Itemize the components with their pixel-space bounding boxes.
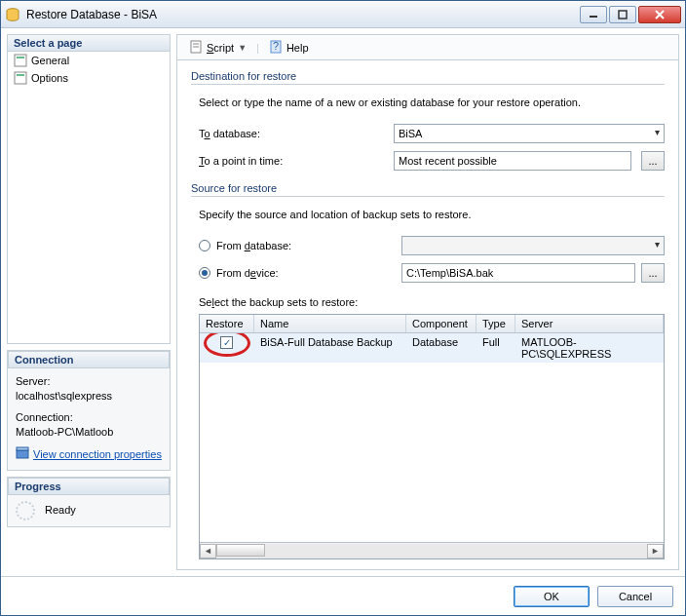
backup-sets-grid: Restore Name Component Type Server BiSA-…: [199, 314, 665, 559]
script-icon: [189, 40, 203, 56]
help-button[interactable]: ? Help: [265, 38, 313, 58]
svg-rect-7: [15, 72, 26, 84]
cell-server: MATLOOB-PC\SQLEXPRESS: [515, 333, 664, 363]
script-button[interactable]: SScriptcript ▼: [185, 38, 250, 58]
from-device-label: From device:: [216, 267, 396, 279]
scroll-left-arrow-icon[interactable]: ◄: [200, 544, 216, 558]
view-connection-properties-link[interactable]: View connection properties: [33, 447, 162, 462]
svg-rect-8: [17, 74, 24, 76]
close-button[interactable]: [638, 6, 681, 23]
table-row[interactable]: BiSA-Full Database Backup Database Full …: [200, 333, 664, 363]
server-label: Server:: [16, 374, 162, 389]
window: Restore Database - BiSA Select a page Ge…: [0, 0, 686, 616]
horizontal-scrollbar[interactable]: ◄ ►: [200, 542, 664, 558]
source-group: Source for restore: [191, 182, 665, 197]
from-device-field[interactable]: C:\Temp\BiSA.bak: [401, 263, 635, 283]
from-device-radio[interactable]: [199, 267, 210, 279]
restore-checkbox[interactable]: [220, 336, 233, 349]
help-icon: ?: [269, 40, 283, 56]
to-database-combo[interactable]: BiSA: [394, 124, 665, 143]
svg-rect-6: [17, 57, 24, 58]
connection-props-icon: [16, 446, 29, 464]
footer: OK Cancel: [1, 576, 685, 615]
dropdown-arrow-icon: ▼: [238, 43, 247, 53]
col-component[interactable]: Component: [406, 315, 476, 332]
destination-hint: Select or type the name of a new or exis…: [199, 96, 665, 108]
svg-rect-10: [17, 447, 28, 450]
from-database-combo: [401, 236, 665, 255]
page-item-general[interactable]: General: [8, 52, 170, 69]
cancel-button[interactable]: Cancel: [597, 586, 673, 607]
point-in-time-label: To a point in time:: [199, 155, 384, 167]
col-restore[interactable]: Restore: [200, 315, 254, 332]
destination-group: Destination for restore: [191, 70, 665, 85]
page-list: General Options: [7, 52, 171, 344]
point-in-time-field[interactable]: Most recent possible: [394, 151, 631, 171]
server-value: localhost\sqlexpress: [16, 389, 162, 404]
cell-type: Full: [476, 333, 515, 363]
window-title: Restore Database - BiSA: [26, 8, 578, 21]
svg-text:?: ?: [273, 40, 279, 52]
connection-label: Connection:: [16, 410, 162, 425]
source-hint: Specify the source and location of backu…: [199, 209, 665, 220]
cell-component: Database: [406, 333, 476, 363]
from-device-browse-button[interactable]: ...: [641, 263, 665, 283]
from-database-label: From database:: [216, 240, 396, 251]
col-type[interactable]: Type: [476, 315, 515, 332]
progress-spinner-icon: [16, 501, 35, 520]
progress-status: Ready: [45, 503, 76, 518]
pages-header: Select a page: [7, 34, 171, 52]
col-server[interactable]: Server: [515, 315, 664, 332]
progress-header: Progress: [8, 478, 170, 495]
connection-value: Matloob-PC\Matloob: [16, 425, 162, 440]
minimize-button[interactable]: [580, 6, 607, 23]
ok-button[interactable]: OK: [514, 586, 590, 607]
select-sets-label: Select the backup sets to restore:: [199, 296, 665, 308]
svg-rect-5: [15, 55, 26, 66]
cell-name: BiSA-Full Database Backup: [254, 333, 406, 363]
to-database-label: To database:: [199, 128, 384, 139]
titlebar: Restore Database - BiSA: [1, 1, 685, 28]
toolbar: SScriptcript ▼ | ? Help: [177, 35, 678, 60]
page-item-label: General: [31, 55, 69, 66]
database-icon: [5, 7, 20, 22]
page-icon: [14, 54, 27, 67]
maximize-button[interactable]: [609, 6, 636, 23]
svg-rect-2: [619, 11, 627, 19]
page-item-options[interactable]: Options: [8, 69, 170, 87]
from-database-radio[interactable]: [199, 240, 210, 251]
svg-rect-9: [17, 450, 28, 458]
col-name[interactable]: Name: [254, 315, 406, 332]
scroll-right-arrow-icon[interactable]: ►: [647, 544, 664, 558]
page-icon: [14, 71, 27, 85]
page-item-label: Options: [31, 72, 68, 84]
connection-header: Connection: [8, 351, 170, 368]
point-in-time-browse-button[interactable]: ...: [641, 151, 665, 171]
